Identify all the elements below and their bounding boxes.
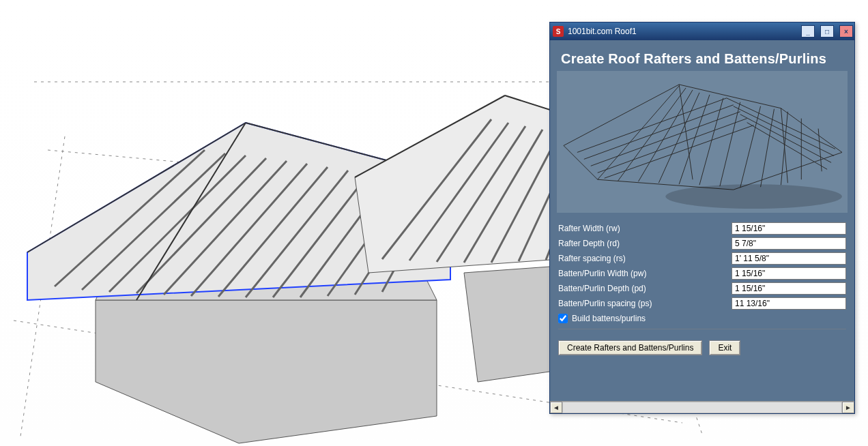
dialog-body: Create Roof Rafters and Battens/Purlins [550, 40, 854, 401]
horizontal-scrollbar[interactable]: ◄ ► [550, 401, 854, 413]
svg-line-54 [699, 98, 723, 185]
svg-line-50 [618, 88, 686, 181]
input-purlin-width[interactable] [732, 267, 846, 280]
svg-marker-37 [564, 85, 842, 190]
app-icon: S [553, 26, 564, 37]
svg-point-61 [665, 184, 842, 209]
svg-line-55 [720, 102, 740, 186]
button-bar: Create Rafters and Battens/Purlins Exit [550, 333, 854, 361]
label-rafter-depth: Rafter Depth (rd) [558, 239, 726, 248]
svg-line-46 [734, 106, 834, 156]
scroll-left-arrow-icon[interactable]: ◄ [550, 402, 562, 413]
checkbox-build-battens-label: Build battens/purlins [572, 314, 646, 323]
label-purlin-depth: Batten/Purlin Depth (pd) [558, 284, 726, 293]
svg-line-44 [605, 125, 754, 179]
svg-line-41 [584, 105, 734, 160]
label-rafter-width: Rafter Width (rw) [558, 224, 726, 233]
separator [558, 329, 846, 329]
input-purlin-spacing[interactable] [732, 297, 846, 310]
form-area: Rafter Width (rw) Rafter Depth (rd) Raft… [550, 218, 854, 333]
field-rafter-depth: Rafter Depth (rd) [558, 236, 846, 251]
input-rafter-depth[interactable] [732, 237, 846, 250]
svg-line-53 [679, 95, 710, 184]
input-rafter-spacing[interactable] [732, 252, 846, 265]
checkbox-build-battens-row: Build battens/purlins [558, 311, 846, 325]
create-button[interactable]: Create Rafters and Battens/Purlins [558, 340, 702, 355]
svg-line-43 [598, 119, 747, 173]
field-purlin-width: Batten/Purlin Width (pw) [558, 266, 846, 281]
roof-rafters-dialog: S 1001bit.com Roof1 _ □ × Create Roof Ra… [549, 22, 855, 414]
field-rafter-width: Rafter Width (rw) [558, 221, 846, 236]
input-purlin-depth[interactable] [732, 282, 846, 295]
titlebar[interactable]: S 1001bit.com Roof1 _ □ × [550, 23, 854, 40]
svg-line-48 [747, 123, 827, 170]
label-purlin-spacing: Batten/Purlin spacing (ps) [558, 299, 726, 308]
svg-marker-5 [96, 300, 437, 443]
preview-illustration [557, 71, 848, 213]
svg-line-42 [591, 112, 740, 166]
dialog-heading: Create Roof Rafters and Battens/Purlins [550, 40, 854, 71]
label-purlin-width: Batten/Purlin Width (pw) [558, 269, 726, 278]
checkbox-build-battens[interactable] [558, 314, 568, 323]
scroll-right-arrow-icon[interactable]: ► [842, 402, 854, 413]
field-purlin-spacing: Batten/Purlin spacing (ps) [558, 296, 846, 311]
svg-line-47 [740, 115, 831, 163]
input-rafter-width[interactable] [732, 222, 846, 235]
svg-line-56 [740, 106, 761, 188]
label-rafter-spacing: Rafter spacing (rs) [558, 254, 726, 263]
minimize-button[interactable]: _ [801, 25, 815, 38]
svg-line-40 [577, 98, 727, 153]
window-title: 1001bit.com Roof1 [568, 27, 796, 36]
field-purlin-depth: Batten/Purlin Depth (pd) [558, 281, 846, 296]
field-rafter-spacing: Rafter spacing (rs) [558, 251, 846, 266]
exit-button[interactable]: Exit [709, 340, 740, 355]
maximize-button[interactable]: □ [820, 25, 834, 38]
close-button[interactable]: × [839, 25, 853, 38]
scroll-track[interactable] [562, 402, 842, 413]
